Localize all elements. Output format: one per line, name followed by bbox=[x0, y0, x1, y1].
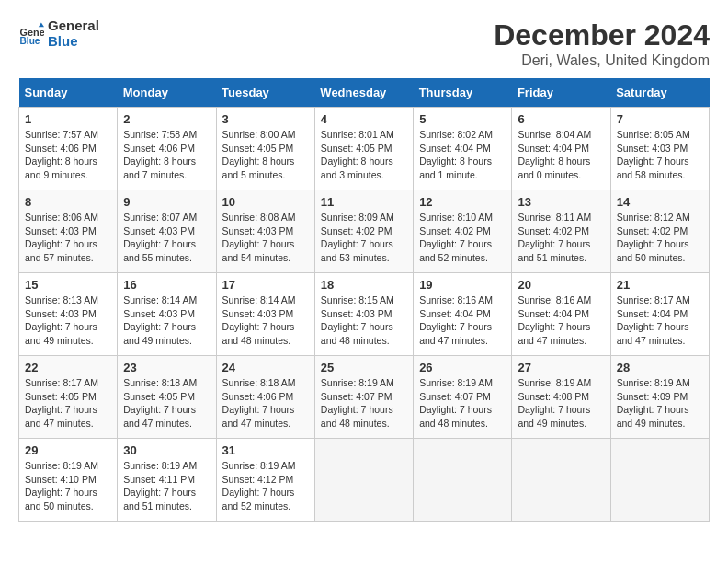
table-row: 9Sunrise: 8:07 AMSunset: 4:03 PMDaylight… bbox=[118, 190, 216, 273]
table-row: 13Sunrise: 8:11 AMSunset: 4:02 PMDayligh… bbox=[512, 190, 610, 273]
calendar-week-row: 29Sunrise: 8:19 AMSunset: 4:10 PMDayligh… bbox=[19, 439, 710, 522]
table-row: 19Sunrise: 8:16 AMSunset: 4:04 PMDayligh… bbox=[414, 273, 512, 356]
day-info: Sunrise: 8:19 AMSunset: 4:09 PMDaylight:… bbox=[617, 376, 703, 431]
month-title: December 2024 bbox=[494, 18, 710, 52]
location: Deri, Wales, United Kingdom bbox=[494, 52, 710, 69]
table-row: 28Sunrise: 8:19 AMSunset: 4:09 PMDayligh… bbox=[610, 356, 709, 439]
table-row bbox=[314, 439, 413, 522]
day-info: Sunrise: 8:00 AMSunset: 4:05 PMDaylight:… bbox=[222, 128, 309, 182]
day-info: Sunrise: 8:07 AMSunset: 4:03 PMDaylight:… bbox=[123, 211, 210, 265]
table-row: 4Sunrise: 8:01 AMSunset: 4:05 PMDaylight… bbox=[314, 108, 413, 190]
day-info: Sunrise: 8:18 AMSunset: 4:05 PMDaylight:… bbox=[123, 376, 210, 431]
table-row: 27Sunrise: 8:19 AMSunset: 4:08 PMDayligh… bbox=[512, 356, 610, 439]
table-row bbox=[610, 439, 709, 522]
table-row: 3Sunrise: 8:00 AMSunset: 4:05 PMDaylight… bbox=[216, 108, 314, 190]
calendar-header-row: Sunday Monday Tuesday Wednesday Thursday… bbox=[19, 78, 710, 108]
page-header: General Blue General Blue December 2024 … bbox=[18, 18, 710, 69]
day-number: 21 bbox=[617, 278, 703, 292]
day-number: 15 bbox=[25, 278, 111, 292]
calendar-week-row: 22Sunrise: 8:17 AMSunset: 4:05 PMDayligh… bbox=[19, 356, 710, 439]
day-info: Sunrise: 8:11 AMSunset: 4:02 PMDaylight:… bbox=[518, 211, 604, 265]
table-row bbox=[414, 439, 512, 522]
day-info: Sunrise: 8:19 AMSunset: 4:11 PMDaylight:… bbox=[123, 459, 210, 513]
table-row: 15Sunrise: 8:13 AMSunset: 4:03 PMDayligh… bbox=[19, 273, 118, 356]
table-row: 24Sunrise: 8:18 AMSunset: 4:06 PMDayligh… bbox=[216, 356, 314, 439]
day-number: 3 bbox=[222, 112, 309, 126]
day-info: Sunrise: 8:16 AMSunset: 4:04 PMDaylight:… bbox=[419, 293, 506, 348]
table-row: 8Sunrise: 8:06 AMSunset: 4:03 PMDaylight… bbox=[19, 190, 118, 273]
day-number: 1 bbox=[25, 112, 111, 126]
day-number: 20 bbox=[518, 278, 604, 292]
day-info: Sunrise: 8:19 AMSunset: 4:10 PMDaylight:… bbox=[25, 459, 111, 513]
day-info: Sunrise: 8:08 AMSunset: 4:03 PMDaylight:… bbox=[222, 211, 309, 265]
day-number: 24 bbox=[222, 361, 309, 374]
table-row: 2Sunrise: 7:58 AMSunset: 4:06 PMDaylight… bbox=[118, 108, 216, 190]
col-wednesday: Wednesday bbox=[314, 78, 413, 108]
col-sunday: Sunday bbox=[19, 78, 118, 108]
day-number: 13 bbox=[518, 195, 604, 209]
logo-line2: Blue bbox=[48, 34, 99, 50]
svg-text:Blue: Blue bbox=[20, 35, 40, 45]
day-number: 4 bbox=[321, 112, 407, 126]
table-row: 21Sunrise: 8:17 AMSunset: 4:04 PMDayligh… bbox=[610, 273, 709, 356]
table-row: 5Sunrise: 8:02 AMSunset: 4:04 PMDaylight… bbox=[414, 108, 512, 190]
day-info: Sunrise: 8:10 AMSunset: 4:02 PMDaylight:… bbox=[419, 211, 506, 265]
day-number: 8 bbox=[25, 195, 111, 209]
table-row: 14Sunrise: 8:12 AMSunset: 4:02 PMDayligh… bbox=[610, 190, 709, 273]
day-number: 14 bbox=[617, 195, 703, 209]
day-info: Sunrise: 8:14 AMSunset: 4:03 PMDaylight:… bbox=[123, 293, 210, 348]
day-number: 5 bbox=[419, 112, 506, 126]
col-tuesday: Tuesday bbox=[216, 78, 314, 108]
day-info: Sunrise: 8:19 AMSunset: 4:07 PMDaylight:… bbox=[321, 376, 407, 431]
day-info: Sunrise: 8:16 AMSunset: 4:04 PMDaylight:… bbox=[518, 293, 604, 348]
table-row: 11Sunrise: 8:09 AMSunset: 4:02 PMDayligh… bbox=[314, 190, 413, 273]
calendar-week-row: 8Sunrise: 8:06 AMSunset: 4:03 PMDaylight… bbox=[19, 190, 710, 273]
day-info: Sunrise: 7:57 AMSunset: 4:06 PMDaylight:… bbox=[25, 128, 111, 182]
table-row: 12Sunrise: 8:10 AMSunset: 4:02 PMDayligh… bbox=[414, 190, 512, 273]
table-row: 30Sunrise: 8:19 AMSunset: 4:11 PMDayligh… bbox=[118, 439, 216, 522]
day-number: 19 bbox=[419, 278, 506, 292]
day-number: 30 bbox=[123, 443, 210, 457]
day-info: Sunrise: 8:06 AMSunset: 4:03 PMDaylight:… bbox=[25, 211, 111, 265]
day-info: Sunrise: 8:18 AMSunset: 4:06 PMDaylight:… bbox=[222, 376, 309, 431]
day-info: Sunrise: 8:19 AMSunset: 4:08 PMDaylight:… bbox=[518, 376, 604, 431]
calendar-week-row: 15Sunrise: 8:13 AMSunset: 4:03 PMDayligh… bbox=[19, 273, 710, 356]
day-number: 6 bbox=[518, 112, 604, 126]
day-info: Sunrise: 8:13 AMSunset: 4:03 PMDaylight:… bbox=[25, 293, 111, 348]
day-info: Sunrise: 8:02 AMSunset: 4:04 PMDaylight:… bbox=[419, 128, 506, 182]
logo-icon: General Blue bbox=[18, 21, 44, 47]
logo: General Blue General Blue bbox=[18, 18, 99, 49]
table-row: 31Sunrise: 8:19 AMSunset: 4:12 PMDayligh… bbox=[216, 439, 314, 522]
day-number: 27 bbox=[518, 361, 604, 374]
table-row: 10Sunrise: 8:08 AMSunset: 4:03 PMDayligh… bbox=[216, 190, 314, 273]
logo-line1: General bbox=[48, 18, 99, 34]
table-row bbox=[512, 439, 610, 522]
table-row: 6Sunrise: 8:04 AMSunset: 4:04 PMDaylight… bbox=[512, 108, 610, 190]
table-row: 7Sunrise: 8:05 AMSunset: 4:03 PMDaylight… bbox=[610, 108, 709, 190]
day-number: 12 bbox=[419, 195, 506, 209]
day-number: 10 bbox=[222, 195, 309, 209]
day-info: Sunrise: 8:05 AMSunset: 4:03 PMDaylight:… bbox=[617, 128, 703, 182]
col-thursday: Thursday bbox=[414, 78, 512, 108]
table-row: 29Sunrise: 8:19 AMSunset: 4:10 PMDayligh… bbox=[19, 439, 118, 522]
day-info: Sunrise: 8:01 AMSunset: 4:05 PMDaylight:… bbox=[321, 128, 407, 182]
table-row: 17Sunrise: 8:14 AMSunset: 4:03 PMDayligh… bbox=[216, 273, 314, 356]
day-number: 25 bbox=[321, 361, 407, 374]
day-number: 7 bbox=[617, 112, 703, 126]
table-row: 23Sunrise: 8:18 AMSunset: 4:05 PMDayligh… bbox=[118, 356, 216, 439]
table-row: 22Sunrise: 8:17 AMSunset: 4:05 PMDayligh… bbox=[19, 356, 118, 439]
day-number: 16 bbox=[123, 278, 210, 292]
calendar-week-row: 1Sunrise: 7:57 AMSunset: 4:06 PMDaylight… bbox=[19, 108, 710, 190]
day-number: 9 bbox=[123, 195, 210, 209]
table-row: 16Sunrise: 8:14 AMSunset: 4:03 PMDayligh… bbox=[118, 273, 216, 356]
day-info: Sunrise: 8:04 AMSunset: 4:04 PMDaylight:… bbox=[518, 128, 604, 182]
day-number: 26 bbox=[419, 361, 506, 374]
day-info: Sunrise: 7:58 AMSunset: 4:06 PMDaylight:… bbox=[123, 128, 210, 182]
table-row: 18Sunrise: 8:15 AMSunset: 4:03 PMDayligh… bbox=[314, 273, 413, 356]
day-info: Sunrise: 8:17 AMSunset: 4:05 PMDaylight:… bbox=[25, 376, 111, 431]
day-info: Sunrise: 8:09 AMSunset: 4:02 PMDaylight:… bbox=[321, 211, 407, 265]
day-number: 18 bbox=[321, 278, 407, 292]
col-saturday: Saturday bbox=[610, 78, 709, 108]
day-number: 11 bbox=[321, 195, 407, 209]
col-friday: Friday bbox=[512, 78, 610, 108]
